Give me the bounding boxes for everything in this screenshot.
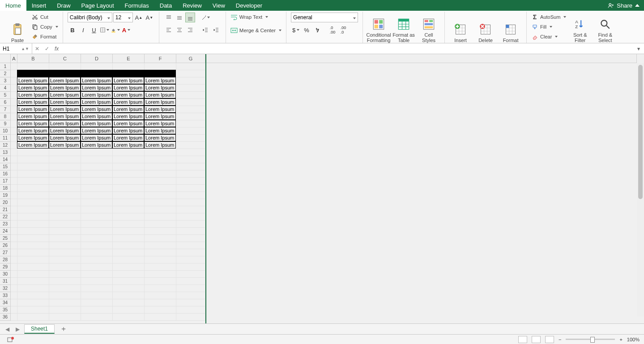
cell-D4[interactable]: Lorem Ipsum: [81, 84, 112, 91]
row-head-23[interactable]: 23: [0, 221, 11, 228]
sheet-nav-next[interactable]: ▶: [14, 326, 21, 332]
cell-A6[interactable]: [11, 99, 17, 106]
font-size-select[interactable]: 12: [113, 13, 133, 22]
cell-A28[interactable]: [11, 256, 17, 263]
cell-F14[interactable]: [145, 156, 176, 163]
align-left-button[interactable]: [164, 25, 174, 35]
insert-cells-button[interactable]: Insert: [449, 13, 472, 43]
cell-C23[interactable]: [49, 221, 81, 228]
cell-F9[interactable]: Lorem Ipsum: [144, 120, 176, 127]
cell-G22[interactable]: [176, 213, 205, 221]
cell-B5[interactable]: Lorem Ipsum: [17, 91, 49, 98]
copy-button[interactable]: Copy: [31, 22, 58, 31]
cell-A25[interactable]: [11, 235, 17, 242]
cell-D18[interactable]: [81, 185, 113, 192]
cell-B25[interactable]: [17, 235, 49, 242]
row-head-7[interactable]: 7: [0, 106, 11, 113]
cell-E34[interactable]: [113, 299, 145, 306]
cell-A13[interactable]: [11, 149, 17, 156]
cell-D31[interactable]: [81, 278, 113, 285]
cell-G2[interactable]: [176, 70, 205, 77]
cell-C17[interactable]: [49, 178, 81, 185]
cell-G14[interactable]: [176, 156, 205, 163]
col-head-D[interactable]: D: [81, 54, 113, 63]
cell-G11[interactable]: [176, 135, 205, 142]
cell-B15[interactable]: [17, 163, 49, 170]
align-middle-button[interactable]: [175, 13, 184, 22]
cell-C18[interactable]: [49, 185, 81, 192]
cell-A34[interactable]: [11, 299, 17, 306]
cell-F12[interactable]: Lorem Ipsum: [144, 141, 176, 149]
cell-G26[interactable]: [176, 242, 205, 249]
conditional-formatting-button[interactable]: Conditional Formatting: [367, 13, 390, 43]
zoom-out-button[interactable]: −: [559, 337, 561, 342]
cell-D10[interactable]: Lorem Ipsum: [81, 127, 112, 134]
cell-G3[interactable]: [176, 77, 205, 85]
cell-A14[interactable]: [11, 156, 17, 163]
cell-A23[interactable]: [11, 221, 17, 228]
cell-D21[interactable]: [81, 206, 113, 213]
cell-E11[interactable]: Lorem Ipsum: [112, 134, 144, 141]
cell-E10[interactable]: Lorem Ipsum: [112, 127, 144, 134]
cell-A5[interactable]: [11, 92, 17, 99]
zoom-level[interactable]: 100%: [627, 337, 640, 342]
expand-formula-bar-button[interactable]: ▾: [633, 46, 644, 52]
row-head-9[interactable]: 9: [0, 120, 11, 127]
cell-B18[interactable]: [17, 185, 49, 192]
cell-A10[interactable]: [11, 127, 17, 135]
row-head-3[interactable]: 3: [0, 77, 11, 85]
row-head-32[interactable]: 32: [0, 285, 11, 292]
cell-D7[interactable]: Lorem Ipsum: [81, 106, 112, 113]
cell-B32[interactable]: [17, 285, 49, 292]
cell-F11[interactable]: Lorem Ipsum: [144, 134, 176, 141]
col-head-E[interactable]: E: [113, 54, 145, 63]
cell-G32[interactable]: [176, 285, 205, 292]
tab-data[interactable]: Data: [154, 0, 177, 11]
cell-D30[interactable]: [81, 271, 113, 278]
cell-C36[interactable]: [49, 314, 81, 321]
cell-B17[interactable]: [17, 178, 49, 185]
cell-E4[interactable]: Lorem Ipsum: [112, 84, 144, 91]
cell-G16[interactable]: [176, 170, 205, 178]
cell-F26[interactable]: [145, 242, 176, 249]
cell-G33[interactable]: [176, 292, 205, 299]
cell-F2[interactable]: [144, 70, 176, 77]
borders-button[interactable]: [100, 25, 110, 35]
cell-D28[interactable]: [81, 256, 113, 263]
cell-C14[interactable]: [49, 156, 81, 163]
sheet-nav-prev[interactable]: ◀: [4, 326, 11, 332]
orientation-button[interactable]: [200, 13, 210, 22]
cell-G35[interactable]: [176, 306, 205, 314]
cell-F22[interactable]: [145, 213, 176, 221]
cell-F16[interactable]: [145, 170, 176, 178]
cell-B9[interactable]: Lorem Ipsum: [17, 120, 49, 127]
cell-B23[interactable]: [17, 221, 49, 228]
cell-D16[interactable]: [81, 170, 113, 178]
cell-C19[interactable]: [49, 192, 81, 199]
cell-G5[interactable]: [176, 92, 205, 99]
wrap-text-button[interactable]: Wrap Text: [230, 13, 281, 21]
merge-center-button[interactable]: Merge & Center: [230, 26, 281, 35]
cell-E36[interactable]: [113, 314, 145, 321]
cell-D34[interactable]: [81, 299, 113, 306]
cell-F23[interactable]: [145, 221, 176, 228]
fx-icon[interactable]: fx: [52, 46, 61, 52]
cancel-formula-button[interactable]: ✕: [32, 43, 42, 54]
cell-C26[interactable]: [49, 242, 81, 249]
cell-C11[interactable]: Lorem Ipsum: [49, 134, 81, 141]
cell-B21[interactable]: [17, 206, 49, 213]
accounting-format-button[interactable]: $: [291, 25, 301, 35]
vertical-scrollbar[interactable]: [637, 63, 644, 316]
cell-A36[interactable]: [11, 314, 17, 321]
cell-A35[interactable]: [11, 306, 17, 314]
comma-format-button[interactable]: לּ: [312, 25, 322, 35]
row-head-31[interactable]: 31: [0, 278, 11, 285]
cell-C22[interactable]: [49, 213, 81, 221]
cell-E24[interactable]: [113, 228, 145, 235]
cell-B36[interactable]: [17, 314, 49, 321]
font-name-select[interactable]: Calibri (Body): [68, 13, 112, 22]
cell-A11[interactable]: [11, 135, 17, 142]
row-head-28[interactable]: 28: [0, 256, 11, 263]
cell-C5[interactable]: Lorem Ipsum: [49, 91, 81, 98]
align-bottom-button[interactable]: [185, 13, 195, 22]
